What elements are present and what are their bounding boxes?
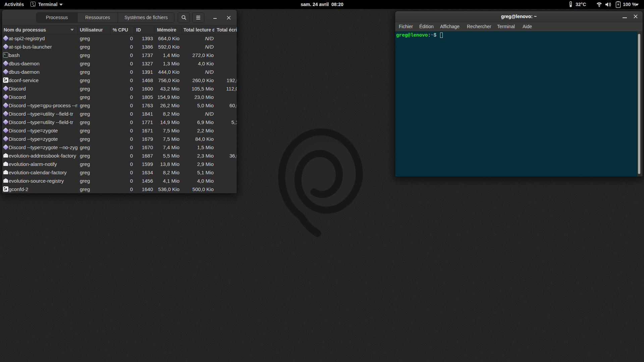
svg-text:32°C: 32°C [576, 2, 586, 7]
svg-text:100 %: 100 % [623, 2, 636, 7]
